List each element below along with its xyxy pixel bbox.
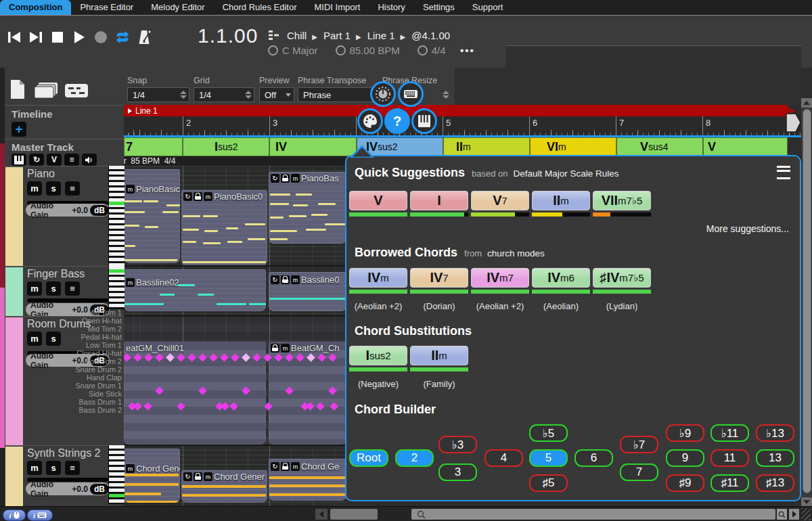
- bpm-selector[interactable]: 85.00 BPM: [336, 45, 400, 56]
- master-chord-block[interactable]: 7: [124, 137, 183, 156]
- horizontal-scroll-thumb[interactable]: [330, 509, 378, 520]
- piano-tool-button[interactable]: [411, 108, 437, 134]
- clip-piano[interactable]: ↻mPianoBasic0: [181, 190, 267, 266]
- master-chord-block[interactable]: V: [703, 137, 788, 156]
- builder-6-button[interactable]: 6: [574, 449, 613, 467]
- clip-mute-icon[interactable]: m: [126, 464, 135, 473]
- help-button[interactable]: ?: [384, 108, 410, 134]
- clip-strings[interactable]: mChord Gener: [124, 449, 180, 503]
- builder-sharp-13-button[interactable]: ♯13: [756, 474, 794, 492]
- track-menu-button[interactable]: ≡: [65, 281, 80, 296]
- spinner-icon[interactable]: [443, 91, 449, 99]
- breadcrumb[interactable]: Chill Part 1 Line 1 @4.1.00: [284, 30, 453, 41]
- builder-sharp-9-button[interactable]: ♯9: [666, 474, 704, 492]
- master-chord-block[interactable]: Isus2: [183, 137, 269, 156]
- tab-history[interactable]: History: [369, 0, 413, 15]
- builder-flat-3-button[interactable]: ♭3: [438, 436, 477, 453]
- builder-sharp-5-button[interactable]: ♯5: [529, 474, 568, 492]
- builder-flat-11-button[interactable]: ♭11: [710, 424, 749, 442]
- preview-select[interactable]: Off: [259, 87, 294, 102]
- playhead-end-marker[interactable]: [782, 112, 802, 134]
- master-loop-button[interactable]: ↻: [29, 154, 44, 166]
- master-piano-button[interactable]: [12, 154, 26, 166]
- builder-flat-5-button[interactable]: ♭5: [529, 424, 568, 442]
- clip-piano[interactable]: mPianoBasic0: [124, 169, 180, 263]
- builder-11-button[interactable]: 11: [710, 449, 749, 467]
- keyboard-help-button[interactable]: i: [27, 509, 53, 521]
- spinner-icon[interactable]: [245, 91, 252, 99]
- breadcrumb-line[interactable]: Line 1: [356, 30, 395, 41]
- clip-mute-icon[interactable]: m: [204, 192, 212, 201]
- pattern-clip-icon[interactable]: [64, 83, 89, 98]
- track-header-synth-strings-2[interactable]: Synth Strings 2ms≡Audio Gain+0.0dB: [5, 445, 124, 506]
- more-options-button[interactable]: •••: [460, 45, 475, 56]
- borrowed-chord-button[interactable]: IVm6: [532, 268, 590, 288]
- builder-root-button[interactable]: Root: [349, 449, 388, 467]
- builder-7-button[interactable]: 7: [620, 463, 658, 481]
- quick-suggestion-button[interactable]: V: [349, 191, 407, 210]
- tab-melody-editor[interactable]: Melody Editor: [142, 0, 213, 15]
- scroll-down-button[interactable]: [801, 497, 812, 507]
- mute-button[interactable]: m: [27, 461, 42, 475]
- master-speaker-button[interactable]: [82, 154, 97, 166]
- breadcrumb-song[interactable]: Chill: [287, 30, 307, 41]
- skip-start-button[interactable]: [5, 28, 23, 46]
- master-chord-block[interactable]: Vsus4: [616, 137, 703, 156]
- quick-suggestion-button[interactable]: IIm: [532, 191, 590, 210]
- loop-button[interactable]: [114, 28, 131, 46]
- tab-phrase-editor[interactable]: Phrase Editor: [71, 0, 142, 15]
- rules-name[interactable]: Default Major Scale Rules: [514, 168, 619, 179]
- track-menu-button[interactable]: ≡: [65, 461, 80, 475]
- quick-suggestion-button[interactable]: V7: [471, 191, 529, 210]
- substitution-button[interactable]: IIm: [410, 346, 468, 365]
- breadcrumb-position[interactable]: @4.1.00: [401, 30, 451, 41]
- spinner-icon[interactable]: [180, 91, 187, 99]
- tab-midi-import[interactable]: MIDI Import: [306, 0, 369, 15]
- new-file-icon[interactable]: [9, 79, 26, 99]
- knob-tool-button[interactable]: [370, 81, 396, 107]
- tab-chord-rules-editor[interactable]: Chord Rules Editor: [214, 0, 306, 15]
- timeline-line-bar[interactable]: Line 1: [124, 105, 788, 116]
- builder-flat-13-button[interactable]: ♭13: [756, 424, 794, 442]
- quick-suggestion-button[interactable]: I: [410, 191, 468, 210]
- typing-keyboard-button[interactable]: [398, 81, 424, 107]
- zoom-search-button[interactable]: [777, 509, 787, 520]
- more-suggestions-link[interactable]: More suggestions...: [706, 223, 789, 234]
- panel-menu-icon[interactable]: [777, 166, 790, 179]
- clip-strings[interactable]: ↻mChord Gener: [181, 470, 267, 503]
- builder-3-button[interactable]: 3: [438, 463, 477, 481]
- master-chord-block[interactable]: VIm: [530, 137, 616, 156]
- skip-end-button[interactable]: [27, 28, 45, 46]
- scroll-up-button[interactable]: [801, 98, 812, 108]
- solo-button[interactable]: s: [46, 281, 61, 296]
- clip-mute-icon[interactable]: m: [291, 174, 300, 183]
- open-files-icon[interactable]: [33, 82, 59, 99]
- builder-13-button[interactable]: 13: [756, 449, 794, 467]
- record-button[interactable]: [92, 28, 110, 46]
- scroll-left-button[interactable]: [315, 509, 328, 520]
- stop-button[interactable]: [49, 28, 66, 46]
- mute-button[interactable]: m: [27, 281, 42, 296]
- builder-sharp-11-button[interactable]: ♯11: [710, 474, 749, 492]
- mute-button[interactable]: m: [27, 181, 42, 196]
- substitution-button[interactable]: Isus2: [349, 346, 407, 365]
- clip-strings[interactable]: ↻mChord Ge: [269, 459, 346, 501]
- track-menu-button[interactable]: ≡: [65, 181, 80, 196]
- builder-9-button[interactable]: 9: [666, 449, 704, 467]
- bar-ruler[interactable]: 2345678: [124, 116, 801, 136]
- builder-flat-7-button[interactable]: ♭7: [620, 436, 658, 453]
- meter-selector[interactable]: 4/4: [418, 45, 446, 56]
- borrowed-chord-button[interactable]: ♯IVm7♭5: [593, 268, 651, 288]
- add-timeline-button[interactable]: +: [12, 122, 26, 137]
- tab-settings[interactable]: Settings: [414, 0, 464, 15]
- metronome-button[interactable]: [135, 28, 153, 46]
- scroll-right-button[interactable]: [789, 509, 799, 520]
- piano-keyboard-strip[interactable]: [108, 166, 125, 266]
- vertical-scrollbar[interactable]: [801, 98, 812, 507]
- modes-name[interactable]: church modes: [487, 248, 545, 258]
- solo-button[interactable]: s: [46, 181, 61, 196]
- resize-grip[interactable]: [801, 508, 811, 520]
- piano-keyboard-strip[interactable]: [108, 445, 125, 504]
- clip-bass[interactable]: ↻mBassline0: [269, 272, 346, 311]
- borrowed-chord-button[interactable]: IV7: [410, 268, 468, 288]
